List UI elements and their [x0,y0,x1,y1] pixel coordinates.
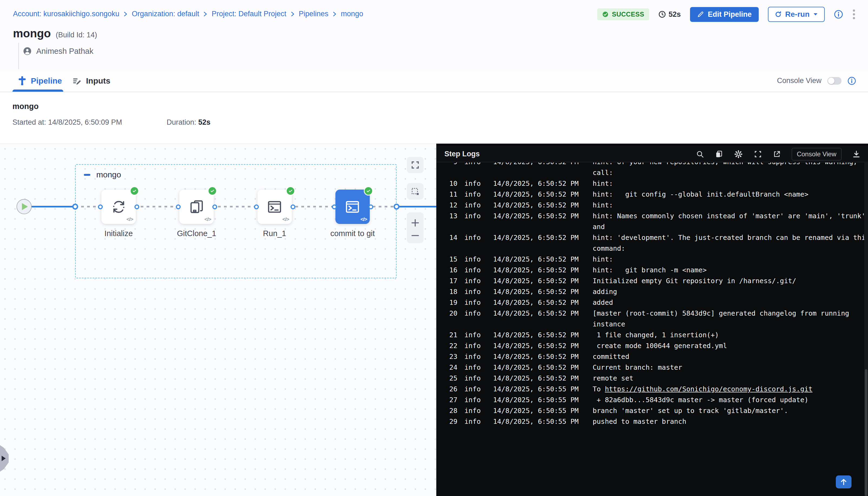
stage-in-connector[interactable] [72,204,78,210]
tab-pipeline-label: Pipeline [31,76,62,86]
fit-view-icon [410,160,420,170]
log-line-number: 11 [444,189,458,200]
canvas-fit-button[interactable] [407,157,423,173]
log-copy-button[interactable] [715,150,723,158]
step-out-connector[interactable] [212,204,217,209]
edit-pipeline-button[interactable]: Edit Pipeline [690,7,759,22]
log-level: info [464,178,483,189]
pipeline-step-initialize[interactable]: </>Initialize [102,190,136,224]
log-level: info [464,330,483,341]
step-in-connector[interactable] [176,204,181,209]
log-settings-button[interactable] [734,150,743,159]
zoom-out-button[interactable] [410,233,420,238]
log-level [464,243,483,254]
step-in-connector[interactable] [98,204,103,209]
log-line-number: 9 [444,162,458,167]
log-timestamp: 14/8/2025, 6:50:52 PM [493,232,583,243]
kebab-menu-button[interactable] [852,9,855,20]
log-message: hint: git config --global init.defaultBr… [593,189,808,200]
log-level: info [464,373,483,384]
log-row: call: [436,167,864,178]
log-row: 13info14/8/2025, 6:50:52 PMhint: Names c… [436,211,864,221]
log-line-number: 15 [444,254,458,265]
log-message: branch 'master' set up to track 'gitlab/… [593,405,788,416]
log-row: command: [436,243,864,254]
log-download-button[interactable] [852,150,861,158]
log-level: info [464,162,483,167]
log-message: Initialized empty Git repository in /har… [593,276,796,286]
breadcrumb-link[interactable]: Pipelines [299,10,329,18]
breadcrumb: Account: kurosakiichigo.songokuOrganizat… [13,10,363,18]
log-timestamp [493,221,583,232]
console-view-button[interactable]: Console View [792,148,841,160]
log-line-number: 25 [444,373,458,384]
log-message: command: [593,243,625,254]
log-row: 9info14/8/2025, 6:50:52 PMhint: of your … [436,162,864,167]
log-level: info [464,394,483,405]
log-timestamp: 14/8/2025, 6:50:52 PM [493,265,583,276]
stage-header[interactable]: mongo [84,170,121,179]
pipeline-step-gitclone_1[interactable]: </>GitClone_1 [179,190,214,224]
pipeline-start-node[interactable] [16,199,32,214]
breadcrumb-link[interactable]: Account: kurosakiichigo.songoku [13,10,119,18]
scroll-to-top-button[interactable] [836,476,852,489]
log-line-number: 28 [444,405,458,416]
log-timestamp: 14/8/2025, 6:50:52 PM [493,254,583,265]
top-header: Account: kurosakiichigo.songokuOrganizat… [0,0,868,24]
code-icon: </> [282,216,289,222]
console-view-info-icon[interactable] [848,77,856,85]
stage-out-connector[interactable] [393,204,400,210]
pipeline-step-commit-to-git[interactable]: </>commit to git [336,190,370,224]
step-card[interactable]: </> [336,190,370,224]
gear-icon [734,150,743,159]
step-in-connector[interactable] [332,204,337,209]
step-in-connector[interactable] [254,204,259,209]
info-icon-button[interactable] [834,10,843,19]
log-level: info [464,200,483,211]
log-line-number [444,243,458,254]
step-out-connector[interactable] [135,204,139,209]
tab-inputs[interactable]: Inputs [73,70,110,92]
tab-pipeline[interactable]: Pipeline [18,70,62,92]
main-content: mongo </>Initialize</>GitClone_1</>Run_1… [0,144,868,496]
step-card[interactable]: </> [179,190,214,224]
step-logs-title: Step Logs [445,150,480,158]
pipeline-step-run_1[interactable]: </>Run_1 [258,190,292,224]
log-line-number: 26 [444,384,458,394]
log-open-new-tab-button[interactable] [773,150,781,158]
expand-left-panel-handle[interactable] [0,445,9,472]
collapse-stage-icon[interactable] [84,174,90,176]
canvas-select-button[interactable] [407,183,423,200]
expand-right-icon [2,456,6,461]
zoom-in-button[interactable] [410,218,420,228]
info-icon [834,10,843,19]
breadcrumb-link[interactable]: Project: Default Project [212,10,286,18]
page-title-row: mongo (Build Id: 14) [13,27,97,40]
log-row: 24info14/8/2025, 6:50:52 PMCurrent branc… [436,362,864,373]
log-line-number: 10 [444,178,458,189]
step-card[interactable]: </> [258,190,292,224]
log-message: hint: [593,254,613,265]
log-message: create mode 100644 generated.yml [593,341,727,351]
log-scrollbar[interactable] [864,162,868,496]
console-view-toggle[interactable] [827,77,841,84]
log-rows[interactable]: 9info14/8/2025, 6:50:52 PMhint: of your … [436,162,864,496]
step-out-connector[interactable] [368,204,373,209]
log-message: hint: of your new repositories, which wi… [593,162,857,167]
duration-text: 52s [669,10,681,19]
step-out-connector[interactable] [291,204,295,209]
breadcrumb-link[interactable]: mongo [341,10,363,18]
pipeline-canvas[interactable]: mongo </>Initialize</>GitClone_1</>Run_1… [0,144,436,496]
log-fullscreen-button[interactable] [754,150,762,158]
rerun-button[interactable]: Re-run [768,7,825,22]
log-level [464,319,483,330]
external-link-icon [773,150,781,158]
log-level: info [464,341,483,351]
breadcrumb-link[interactable]: Organization: default [132,10,199,18]
log-link[interactable]: https://github.com/Sonichigo/economy-dis… [605,385,812,393]
step-label: Run_1 [263,229,286,238]
log-scrollbar-thumb[interactable] [865,369,867,496]
step-card[interactable]: </> [102,190,136,224]
log-search-button[interactable] [696,150,704,158]
run-duration: Duration: 52s [167,118,211,127]
